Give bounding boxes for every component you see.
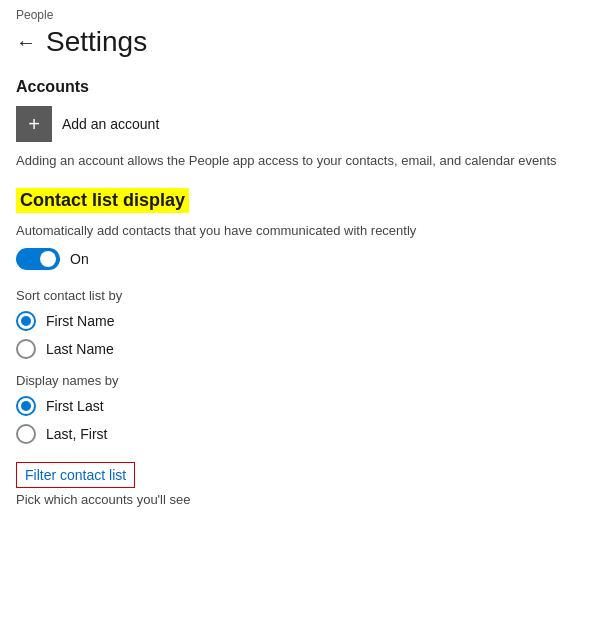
toggle-state-label: On [70,251,89,267]
display-last-first-radio[interactable] [16,424,36,444]
display-first-last-radio[interactable] [16,396,36,416]
auto-add-toggle[interactable] [16,248,60,270]
contact-list-display-title: Contact list display [16,188,189,213]
breadcrumb: People [16,8,574,22]
auto-add-description: Automatically add contacts that you have… [16,223,574,238]
pick-accounts-text: Pick which accounts you'll see [16,492,574,507]
back-button[interactable]: ← [16,31,36,54]
filter-contact-list-link[interactable]: Filter contact list [16,462,135,488]
sort-first-name-label: First Name [46,313,114,329]
sort-first-name-radio[interactable] [16,311,36,331]
display-names-label: Display names by [16,373,574,388]
display-last-first-label: Last, First [46,426,107,442]
sort-label: Sort contact list by [16,288,574,303]
add-account-label[interactable]: Add an account [62,116,159,132]
accounts-description: Adding an account allows the People app … [16,152,574,170]
accounts-section-title: Accounts [16,78,574,96]
display-first-last-label: First Last [46,398,104,414]
page-title: Settings [46,26,147,58]
sort-last-name-radio[interactable] [16,339,36,359]
sort-last-name-label: Last Name [46,341,114,357]
add-account-icon[interactable]: + [16,106,52,142]
